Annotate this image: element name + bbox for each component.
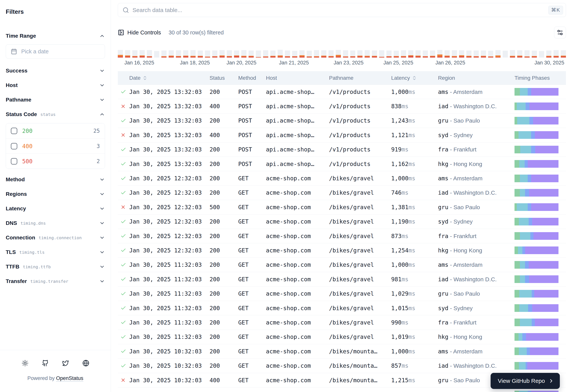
timeline-bar[interactable] xyxy=(263,50,268,57)
timeline-bar[interactable] xyxy=(517,50,522,57)
sidebar-section[interactable]: Method xyxy=(6,172,105,187)
timeline-bar[interactable] xyxy=(357,50,362,57)
timeline-bar[interactable] xyxy=(314,50,319,57)
table-row[interactable]: Jan 30, 2025 13:32:03 400 POST api.acme-… xyxy=(118,99,566,113)
timeline-bar[interactable] xyxy=(401,50,406,57)
timeline-bar[interactable] xyxy=(503,51,508,57)
timeline-bar[interactable] xyxy=(488,51,493,57)
timeline-bar[interactable] xyxy=(278,50,283,57)
timeline-bar[interactable] xyxy=(452,50,457,57)
timeline-bar[interactable] xyxy=(249,51,254,57)
timeline-bar[interactable] xyxy=(365,50,370,57)
timeline-bar[interactable] xyxy=(147,50,152,57)
timeline-bar[interactable] xyxy=(459,50,464,57)
table-row[interactable]: Jan 30, 2025 11:32:03 200 GET acme-shop.… xyxy=(118,286,566,301)
timeline-bar[interactable] xyxy=(372,51,377,57)
timeline-bar[interactable] xyxy=(473,51,479,57)
timeline-bar[interactable] xyxy=(394,51,399,57)
table-row[interactable]: Jan 30, 2025 13:32:03 400 POST api.acme-… xyxy=(118,128,566,142)
timeline-bar[interactable] xyxy=(444,50,450,57)
timeline-bar[interactable] xyxy=(386,51,391,57)
section-status-code[interactable]: Status Code status xyxy=(6,107,105,122)
table-row[interactable]: Jan 30, 2025 12:32:03 200 GET acme-shop.… xyxy=(118,186,566,200)
table-row[interactable]: Jan 30, 2025 10:32:03 200 GET acme-shop.… xyxy=(118,344,566,359)
sidebar-section[interactable]: Success xyxy=(6,63,105,78)
timeline-bar[interactable] xyxy=(270,51,276,57)
timeline-bar[interactable] xyxy=(161,51,167,57)
timeline-bar[interactable] xyxy=(299,50,305,57)
timeline-bar[interactable] xyxy=(256,51,261,57)
timeline-bar[interactable] xyxy=(205,51,210,57)
timeline-bar[interactable] xyxy=(139,50,145,57)
view-github-repo-button[interactable]: View GitHub Repo xyxy=(491,373,560,389)
pick-date-button[interactable]: Pick a date xyxy=(6,44,105,58)
timeline-bar[interactable] xyxy=(539,51,544,57)
timeline-bar[interactable] xyxy=(430,51,435,57)
table-row[interactable]: Jan 30, 2025 12:32:03 200 GET acme-shop.… xyxy=(118,243,566,258)
table-row[interactable]: Jan 30, 2025 13:32:03 200 POST api.acme-… xyxy=(118,157,566,171)
timeline-bar[interactable] xyxy=(423,51,428,57)
timeline-bar[interactable] xyxy=(343,50,348,57)
timeline-bar[interactable] xyxy=(416,50,421,57)
timeline-bar[interactable] xyxy=(437,50,443,57)
table-row[interactable]: Jan 30, 2025 12:32:03 200 GET acme-shop.… xyxy=(118,229,566,243)
timeline-bar[interactable] xyxy=(466,51,472,57)
website-link-button[interactable] xyxy=(81,359,90,368)
sidebar-section[interactable]: TTFB timing.ttfb xyxy=(6,259,105,274)
checkbox[interactable] xyxy=(11,158,17,165)
timeline-bar[interactable] xyxy=(190,50,195,57)
timeline-chart[interactable]: Jan 16, 2025Jan 18, 2025Jan 20, 2025Jan … xyxy=(118,49,566,69)
section-time-range[interactable]: Time Range xyxy=(6,29,105,43)
timeline-bar[interactable] xyxy=(154,51,159,57)
timeline-bar[interactable] xyxy=(227,50,232,57)
timeline-bar[interactable] xyxy=(292,51,297,57)
timeline-bar[interactable] xyxy=(321,50,326,57)
timeline-bar[interactable] xyxy=(118,50,123,57)
sidebar-section[interactable]: Pathname xyxy=(6,93,105,107)
timeline-bar[interactable] xyxy=(481,51,486,57)
table-row[interactable]: Jan 30, 2025 11:32:03 200 GET acme-shop.… xyxy=(118,315,566,330)
timeline-bar[interactable] xyxy=(132,50,138,57)
timeline-bar[interactable] xyxy=(307,51,312,57)
sidebar-section[interactable]: Connection timing.connection xyxy=(6,230,105,245)
status-code-option[interactable]: 400 3 xyxy=(6,139,105,154)
table-row[interactable]: Jan 30, 2025 13:32:03 200 POST api.acme-… xyxy=(118,113,566,128)
theme-toggle-button[interactable] xyxy=(20,359,30,368)
checkbox[interactable] xyxy=(11,128,17,134)
sidebar-section[interactable]: Host xyxy=(6,78,105,93)
timeline-bar[interactable] xyxy=(532,51,537,57)
sidebar-section[interactable]: Transfer timing.transfer xyxy=(6,274,105,289)
timeline-bar[interactable] xyxy=(525,50,530,57)
timeline-bar[interactable] xyxy=(408,50,413,57)
view-options-button[interactable] xyxy=(554,27,566,38)
table-row[interactable]: Jan 30, 2025 10:32:03 200 GET acme-shop.… xyxy=(118,359,566,373)
timeline-bar[interactable] xyxy=(212,51,217,57)
table-row[interactable]: Jan 30, 2025 13:32:03 200 POST api.acme-… xyxy=(118,85,566,99)
status-code-option[interactable]: 200 25 xyxy=(6,123,105,139)
search-input[interactable] xyxy=(133,7,545,13)
table-row[interactable]: Jan 30, 2025 13:32:03 200 POST api.acme-… xyxy=(118,142,566,157)
timeline-bar[interactable] xyxy=(241,50,247,57)
timeline-bar[interactable] xyxy=(350,51,355,57)
column-header-date[interactable]: Date xyxy=(129,75,209,81)
status-code-option[interactable]: 500 2 xyxy=(6,154,105,169)
timeline-bar[interactable] xyxy=(510,50,515,57)
timeline-bar[interactable] xyxy=(169,50,174,57)
timeline-bar[interactable] xyxy=(285,51,290,57)
hide-controls-button[interactable]: Hide Controls xyxy=(118,29,161,36)
timeline-bar[interactable] xyxy=(379,50,384,57)
sidebar-section[interactable]: TLS timing.tls xyxy=(6,245,105,259)
table-row[interactable]: Jan 30, 2025 12:32:03 200 GET acme-shop.… xyxy=(118,171,566,185)
sidebar-section[interactable]: DNS timing.dns xyxy=(6,216,105,230)
timeline-bar[interactable] xyxy=(495,50,500,57)
timeline-bar[interactable] xyxy=(329,50,334,57)
timeline-bar[interactable] xyxy=(198,51,203,57)
twitter-link-button[interactable] xyxy=(61,359,70,368)
timeline-bar[interactable] xyxy=(234,51,239,57)
table-row[interactable]: Jan 30, 2025 11:32:03 200 GET acme-shop.… xyxy=(118,330,566,344)
timeline-bar[interactable] xyxy=(546,51,551,57)
table-row[interactable]: Jan 30, 2025 11:32:03 200 GET acme-shop.… xyxy=(118,272,566,286)
column-header-latency[interactable]: Latency xyxy=(391,75,438,81)
timeline-bar[interactable] xyxy=(183,50,188,57)
timeline-bar[interactable] xyxy=(125,50,130,57)
